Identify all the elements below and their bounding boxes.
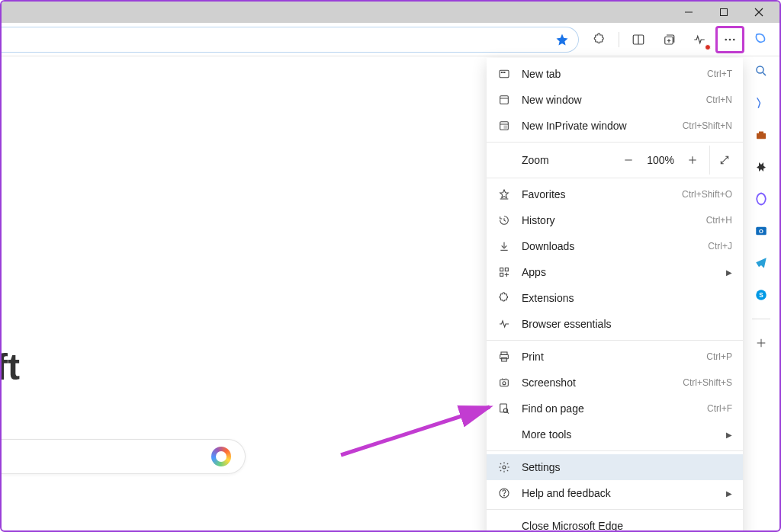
- sidebar-tools-button[interactable]: [753, 127, 770, 143]
- sidebar-search-button[interactable]: [753, 62, 770, 79]
- menu-item-find[interactable]: Find on page Ctrl+F: [487, 396, 743, 421]
- svg-rect-36: [500, 268, 503, 271]
- apps-icon: [497, 265, 511, 279]
- menu-item-help[interactable]: Help and feedback ▶: [487, 480, 743, 506]
- menu-label: Print: [522, 351, 706, 363]
- menu-label: Settings: [522, 461, 732, 473]
- toolbar-divider: [619, 32, 619, 47]
- notification-dot-icon: [705, 44, 711, 50]
- menu-shortcut: Ctrl+H: [706, 215, 732, 226]
- menu-item-zoom: Zoom 100%: [487, 146, 743, 175]
- help-icon: [497, 486, 511, 500]
- menu-shortcut: Ctrl+Shift+S: [683, 377, 732, 388]
- menu-shortcut: Ctrl+J: [708, 241, 732, 252]
- new-window-icon: [497, 93, 511, 107]
- settings-and-more-menu: New tab Ctrl+T New window Ctrl+N New InP…: [487, 58, 743, 532]
- svg-line-13: [763, 72, 766, 75]
- svg-rect-1: [721, 9, 728, 16]
- browser-essentials-button[interactable]: [685, 26, 714, 53]
- menu-item-extensions[interactable]: Extensions: [487, 285, 743, 311]
- svg-point-45: [503, 382, 506, 385]
- sidebar-m365-button[interactable]: [753, 191, 770, 207]
- menu-item-new-inprivate[interactable]: New InPrivate window Ctrl+Shift+N: [487, 113, 743, 139]
- zoom-in-button[interactable]: [680, 148, 705, 172]
- favorites-icon: [497, 187, 511, 201]
- more-options-button[interactable]: [715, 26, 744, 53]
- zoom-label: Zoom: [522, 154, 616, 166]
- sidebar-telegram-button[interactable]: [753, 255, 770, 271]
- svg-point-10: [729, 38, 731, 40]
- menu-separator: [487, 450, 743, 451]
- menu-label: Extensions: [522, 292, 732, 304]
- history-icon: [497, 213, 511, 227]
- svg-point-12: [757, 66, 763, 73]
- menu-item-new-window[interactable]: New window Ctrl+N: [487, 87, 743, 113]
- menu-label: Apps: [522, 266, 726, 278]
- zoom-out-button[interactable]: [616, 148, 641, 172]
- new-tab-icon: [497, 67, 511, 81]
- sidebar-shopping-button[interactable]: [753, 95, 770, 111]
- menu-shortcut: Ctrl+T: [707, 69, 732, 79]
- split-screen-button[interactable]: [624, 26, 653, 53]
- svg-point-25: [504, 72, 505, 72]
- svg-rect-22: [500, 70, 509, 77]
- menu-label: Favorites: [522, 188, 682, 200]
- svg-point-11: [733, 38, 735, 40]
- window-maximize-button[interactable]: [706, 2, 741, 23]
- sidebar-divider: [752, 319, 770, 319]
- copilot-swirl-icon: [211, 447, 231, 466]
- fullscreen-button[interactable]: [709, 146, 738, 175]
- menu-item-print[interactable]: Print Ctrl+P: [487, 344, 743, 370]
- address-bar[interactable]: [2, 27, 579, 53]
- menu-item-more-tools[interactable]: More tools ▶: [487, 421, 743, 447]
- svg-rect-15: [759, 132, 763, 134]
- window-close-button[interactable]: [741, 2, 776, 23]
- submenu-arrow-icon: ▶: [726, 431, 732, 439]
- print-icon: [497, 350, 511, 364]
- menu-item-close-edge[interactable]: Close Microsoft Edge: [487, 513, 743, 532]
- menu-label: New window: [522, 94, 706, 106]
- menu-shortcut: Ctrl+P: [706, 351, 732, 362]
- menu-item-screenshot[interactable]: Screenshot Ctrl+Shift+S: [487, 370, 743, 396]
- svg-rect-43: [502, 357, 507, 361]
- menu-separator: [487, 142, 743, 143]
- svg-rect-44: [500, 380, 509, 386]
- menu-item-history[interactable]: History Ctrl+H: [487, 207, 743, 233]
- menu-label: Browser essentials: [522, 318, 732, 330]
- window-minimize-button[interactable]: [671, 2, 706, 23]
- menu-item-downloads[interactable]: Downloads Ctrl+J: [487, 233, 743, 259]
- copilot-button[interactable]: [746, 26, 775, 53]
- extensions-button[interactable]: [585, 26, 614, 53]
- extensions-icon: [497, 291, 511, 305]
- search-box[interactable]: [2, 439, 246, 474]
- svg-rect-38: [500, 273, 503, 276]
- menu-shortcut: Ctrl+Shift+O: [682, 189, 732, 200]
- zoom-value: 100%: [641, 154, 680, 166]
- svg-text:O: O: [759, 228, 763, 235]
- sidebar-outlook-button[interactable]: O: [753, 223, 770, 239]
- menu-item-settings[interactable]: Settings: [487, 454, 743, 480]
- blank-icon: [497, 519, 511, 532]
- menu-separator: [487, 509, 743, 510]
- menu-label: More tools: [522, 428, 726, 441]
- favorite-star-icon[interactable]: [555, 33, 569, 46]
- menu-item-browser-essentials[interactable]: Browser essentials: [487, 311, 743, 337]
- sidebar-add-button[interactable]: [753, 335, 770, 351]
- menu-item-apps[interactable]: Apps ▶: [487, 259, 743, 285]
- downloads-icon: [497, 239, 511, 253]
- menu-item-new-tab[interactable]: New tab Ctrl+T: [487, 61, 743, 87]
- svg-rect-26: [500, 96, 509, 104]
- screenshot-icon: [497, 376, 511, 389]
- sidebar-skype-button[interactable]: S: [753, 287, 770, 303]
- sidebar-games-button[interactable]: [753, 159, 770, 175]
- collections-button[interactable]: [654, 26, 683, 53]
- menu-item-favorites[interactable]: Favorites Ctrl+Shift+O: [487, 181, 743, 207]
- settings-icon: [497, 460, 511, 474]
- svg-rect-37: [505, 268, 508, 271]
- menu-shortcut: Ctrl+N: [706, 95, 732, 105]
- menu-separator: [487, 340, 743, 341]
- menu-shortcut: Ctrl+Shift+N: [683, 120, 732, 131]
- submenu-arrow-icon: ▶: [726, 268, 732, 277]
- find-icon: [497, 402, 511, 415]
- svg-point-51: [503, 495, 504, 496]
